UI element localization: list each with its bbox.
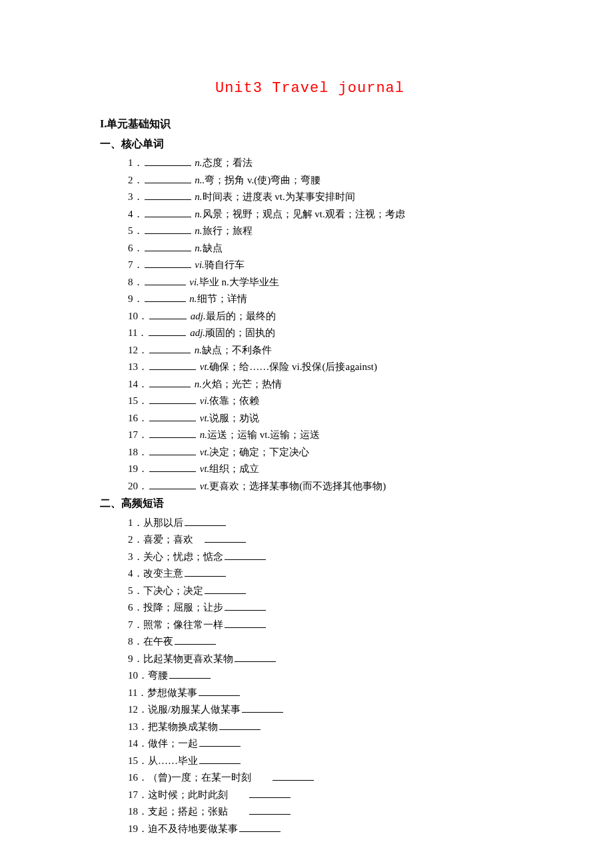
item-number: 8． <box>128 633 143 651</box>
phrase-text: 从……毕业 <box>148 755 198 766</box>
fill-blank[interactable] <box>149 461 196 472</box>
item-number: 11． <box>128 325 147 342</box>
part-of-speech: n. <box>200 429 207 440</box>
fill-blank[interactable] <box>145 173 191 183</box>
phrase-item: 15．从……毕业 <box>128 753 520 770</box>
definition: 时间表；进度表 vt.为某事安排时间 <box>203 191 355 202</box>
phrase-text: 支起；搭起；张贴 <box>148 806 248 817</box>
fill-blank[interactable] <box>199 736 241 747</box>
definition: 缺点 <box>203 243 223 253</box>
phrase-text: 下决心；决定 <box>143 585 203 596</box>
phrase-text: 照常；像往常一样 <box>143 619 223 630</box>
item-number: 1． <box>128 155 143 172</box>
part-of-speech: vt. <box>200 481 210 491</box>
fill-blank[interactable] <box>145 155 191 166</box>
fill-blank[interactable] <box>149 445 196 455</box>
fill-blank[interactable] <box>205 532 246 543</box>
item-number: 16． <box>128 769 148 787</box>
phrase-item: 19．迫不及待地要做某事 <box>128 821 520 838</box>
fill-blank[interactable] <box>145 189 191 200</box>
fill-blank[interactable] <box>145 291 186 302</box>
fill-blank[interactable] <box>149 393 196 404</box>
item-number: 19． <box>128 821 148 838</box>
item-number: 11． <box>128 685 147 702</box>
vocab-item: 6． n.缺点 <box>128 240 520 257</box>
phrase-item: 2．喜爱；喜欢 <box>128 531 520 549</box>
fill-blank[interactable] <box>239 821 281 832</box>
vocab-item: 2． n..弯；拐角 v.(使)弯曲；弯腰 <box>128 172 520 189</box>
section-2-heading: 二、高频短语 <box>100 495 520 512</box>
item-number: 6． <box>128 240 143 257</box>
part-of-speech: vi. <box>200 395 210 406</box>
part-of-speech: n. <box>189 293 197 304</box>
item-number: 13． <box>128 359 148 376</box>
item-number: 12． <box>128 342 148 359</box>
phrase-item: 11．梦想做某事 <box>128 685 520 702</box>
definition: 顽固的；固执的 <box>205 327 275 338</box>
item-number: 5． <box>128 583 143 600</box>
part-of-speech: n. <box>195 157 202 168</box>
fill-blank[interactable] <box>169 668 211 679</box>
section-1-heading: 一、核心单词 <box>100 135 520 153</box>
phrase-item: 7．照常；像往常一样 <box>128 617 520 634</box>
item-number: 18． <box>128 803 148 821</box>
fill-blank[interactable] <box>185 515 226 526</box>
fill-blank[interactable] <box>149 411 196 421</box>
fill-blank[interactable] <box>199 753 241 764</box>
fill-blank[interactable] <box>149 377 191 387</box>
fill-blank[interactable] <box>175 634 216 645</box>
vocab-item: 17． n.运送；运输 vt.运输；运送 <box>128 427 520 444</box>
definition: 说服；劝说 <box>209 413 259 423</box>
vocab-list: 1． n.态度；看法2． n..弯；拐角 v.(使)弯曲；弯腰3． n.时间表；… <box>128 155 520 495</box>
vocab-item: 18． vt.决定；确定；下定决心 <box>128 444 520 461</box>
fill-blank[interactable] <box>242 702 283 713</box>
definition: 缺点；不利条件 <box>202 345 272 355</box>
fill-blank[interactable] <box>185 566 226 577</box>
fill-blank[interactable] <box>149 427 196 438</box>
phrase-item: 10．弯腰 <box>128 667 520 685</box>
item-number: 6． <box>128 599 143 617</box>
item-number: 14． <box>128 735 148 753</box>
fill-blank[interactable] <box>149 309 187 319</box>
definition: 风景；视野；观点；见解 vt.观看；注视；考虑 <box>203 209 405 219</box>
part-of-speech: n. <box>195 345 202 355</box>
fill-blank[interactable] <box>149 325 186 336</box>
phrase-text: 迫不及待地要做某事 <box>148 823 238 834</box>
fill-blank[interactable] <box>149 359 196 370</box>
vocab-item: 15． vi.依靠；依赖 <box>128 393 520 410</box>
fill-blank[interactable] <box>273 770 314 781</box>
item-number: 10． <box>128 308 148 325</box>
vocab-item: 3． n.时间表；进度表 vt.为某事安排时间 <box>128 189 520 206</box>
phrase-item: 12．说服/劝服某人做某事 <box>128 701 520 719</box>
item-number: 12． <box>128 701 148 719</box>
fill-blank[interactable] <box>149 343 191 353</box>
definition: 毕业 n.大学毕业生 <box>199 277 279 287</box>
fill-blank[interactable] <box>145 275 186 285</box>
fill-blank[interactable] <box>149 479 196 489</box>
fill-blank[interactable] <box>225 600 266 611</box>
fill-blank[interactable] <box>249 787 291 798</box>
fill-blank[interactable] <box>145 207 191 217</box>
fill-blank[interactable] <box>199 685 240 696</box>
item-number: 9． <box>128 651 143 668</box>
fill-blank[interactable] <box>205 583 246 594</box>
fill-blank[interactable] <box>145 257 191 268</box>
phrase-text: 在午夜 <box>143 636 173 647</box>
fill-blank[interactable] <box>145 223 191 234</box>
document-page: Unit3 Travel journal I.单元基础知识 一、核心单词 1． … <box>0 0 613 868</box>
part-of-speech: vt. <box>200 413 210 423</box>
phrase-item: 5．下决心；决定 <box>128 583 520 600</box>
fill-blank[interactable] <box>145 241 191 251</box>
fill-blank[interactable] <box>225 617 266 628</box>
phrase-text: 改变主意 <box>143 568 183 579</box>
item-number: 9． <box>128 291 143 308</box>
item-number: 18． <box>128 444 148 461</box>
definition: 决定；确定；下定决心 <box>209 447 309 457</box>
fill-blank[interactable] <box>235 651 276 662</box>
fill-blank[interactable] <box>219 719 261 730</box>
item-number: 17． <box>128 427 148 444</box>
unit-title: Unit3 Travel journal <box>100 80 520 97</box>
fill-blank[interactable] <box>225 549 266 560</box>
phrase-text: 做伴；一起 <box>148 738 198 749</box>
fill-blank[interactable] <box>249 804 291 815</box>
